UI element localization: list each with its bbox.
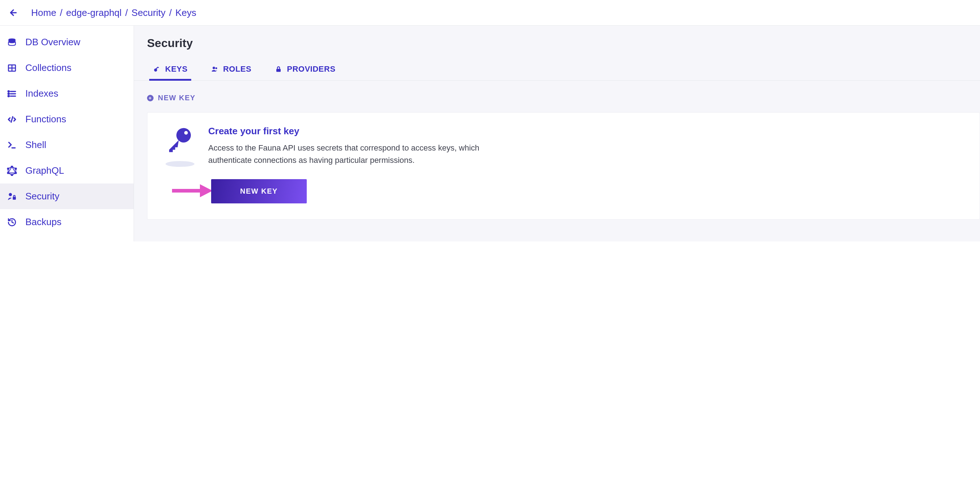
svg-point-15 [11, 166, 13, 167]
key-icon [153, 65, 161, 73]
sidebar-item-indexes[interactable]: Indexes [0, 81, 134, 106]
sidebar-item-security[interactable]: Security [0, 184, 134, 209]
sidebar-item-backups[interactable]: Backups [0, 209, 134, 235]
svg-point-17 [15, 172, 16, 173]
key-illustration [162, 125, 198, 167]
sidebar-item-label: Functions [25, 114, 66, 125]
sidebar-item-functions[interactable]: Functions [0, 106, 134, 132]
svg-point-21 [9, 193, 12, 196]
empty-state-card: Create your first key Access to the Faun… [147, 112, 980, 220]
tabs: KEYS ROLES PROVIDERS [134, 59, 980, 81]
svg-rect-24 [155, 67, 158, 70]
database-icon [6, 37, 18, 48]
breadcrumb: Home / edge-graphql / Security / Keys [31, 7, 196, 19]
terminal-icon [6, 140, 18, 151]
history-icon [6, 217, 18, 228]
svg-point-16 [15, 168, 16, 170]
sidebar-item-label: Security [25, 191, 59, 202]
svg-point-27 [215, 67, 217, 69]
list-icon [6, 88, 18, 99]
tab-keys[interactable]: KEYS [151, 59, 189, 80]
sidebar-item-db-overview[interactable]: DB Overview [0, 29, 134, 55]
svg-point-20 [7, 168, 9, 170]
breadcrumb-section[interactable]: Security [132, 7, 165, 19]
sidebar-item-label: Indexes [25, 88, 58, 99]
sidebar-item-label: DB Overview [25, 36, 80, 48]
svg-point-19 [7, 172, 9, 173]
code-icon [6, 114, 18, 125]
empty-state-heading: Create your first key [208, 125, 505, 137]
graphql-icon [6, 165, 18, 176]
sidebar: DB Overview Collections Indexes Function… [0, 26, 134, 241]
table-icon [6, 63, 18, 73]
sidebar-item-label: Backups [25, 216, 62, 228]
breadcrumb-current[interactable]: Keys [175, 7, 196, 19]
breadcrumb-separator: / [125, 7, 128, 19]
tab-label: ROLES [223, 64, 251, 74]
tab-label: KEYS [165, 64, 188, 74]
svg-point-29 [177, 128, 191, 143]
key-shadow [165, 161, 194, 167]
svg-point-8 [8, 90, 9, 92]
page-title: Security [134, 36, 980, 59]
lock-icon [275, 65, 283, 73]
key-icon [165, 125, 194, 155]
users-icon [211, 65, 219, 73]
breadcrumb-db[interactable]: edge-graphql [66, 7, 122, 19]
svg-point-18 [11, 174, 13, 176]
breadcrumb-separator: / [169, 7, 172, 19]
new-key-button[interactable]: NEW KEY [211, 179, 307, 203]
main-content: Security KEYS ROLES PROVIDERS [134, 26, 980, 241]
arrow-left-icon [9, 8, 18, 17]
svg-rect-28 [276, 69, 281, 72]
new-key-link[interactable]: + NEW KEY [134, 81, 980, 112]
svg-point-30 [185, 131, 188, 135]
topbar: Home / edge-graphql / Security / Keys [0, 0, 980, 26]
sidebar-item-label: Collections [25, 62, 72, 73]
tab-providers[interactable]: PROVIDERS [273, 59, 337, 80]
svg-point-26 [213, 67, 215, 69]
svg-point-23 [154, 68, 157, 71]
sidebar-item-shell[interactable]: Shell [0, 132, 134, 158]
back-button[interactable] [7, 6, 19, 19]
annotation-arrow-icon [169, 182, 213, 201]
new-key-link-label: NEW KEY [158, 94, 196, 102]
sidebar-item-label: GraphQL [25, 165, 64, 176]
tab-roles[interactable]: ROLES [209, 59, 253, 80]
sidebar-item-collections[interactable]: Collections [0, 55, 134, 81]
breadcrumb-separator: / [60, 7, 62, 19]
breadcrumb-home[interactable]: Home [31, 7, 56, 19]
svg-line-11 [11, 117, 13, 122]
svg-marker-32 [200, 184, 213, 197]
plus-circle-icon: + [147, 95, 154, 102]
empty-state-description: Access to the Fauna API uses secrets tha… [208, 142, 505, 167]
sidebar-item-graphql[interactable]: GraphQL [0, 158, 134, 184]
svg-point-10 [8, 95, 9, 96]
sidebar-item-label: Shell [25, 140, 46, 151]
svg-rect-22 [13, 197, 16, 200]
tab-label: PROVIDERS [287, 64, 336, 74]
svg-point-9 [8, 93, 9, 94]
user-lock-icon [6, 191, 18, 202]
